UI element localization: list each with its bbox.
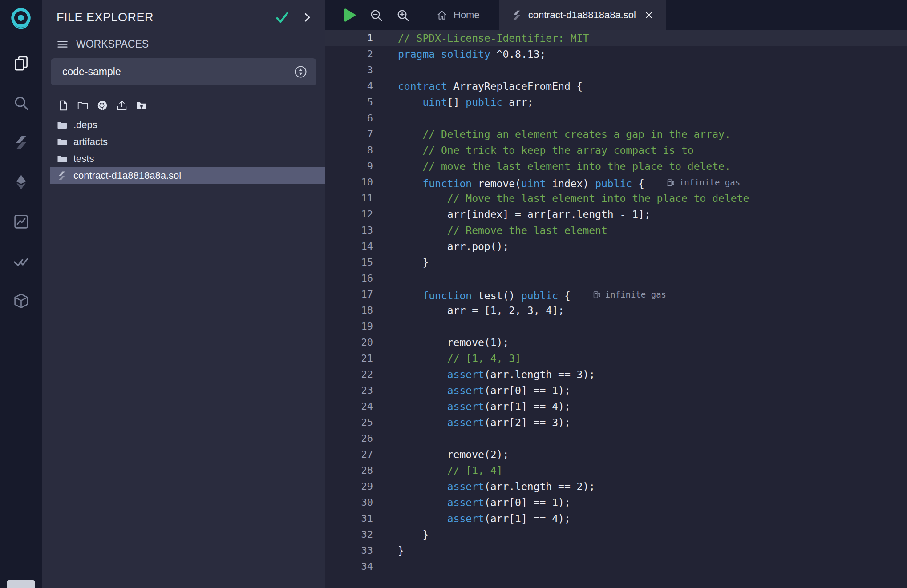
line-number: 16	[325, 270, 373, 286]
code-line[interactable]: 2pragma solidity ^0.8.13;	[325, 46, 907, 62]
line-number: 2	[325, 46, 373, 62]
github-icon[interactable]	[96, 99, 109, 112]
solidity-compiler-icon[interactable]	[8, 130, 33, 155]
code-text: }	[398, 254, 429, 270]
tab-contract-file[interactable]: contract-d1a8818a8a.sol	[499, 0, 666, 30]
code-line[interactable]: 29 assert(arr.length == 2);	[325, 479, 907, 495]
code-line[interactable]: 8 // One trick to keep the array compact…	[325, 142, 907, 158]
code-text: // Deleting an element creates a gap in …	[398, 126, 731, 142]
code-line[interactable]: 13 // Remove the last element	[325, 222, 907, 238]
line-number: 15	[325, 254, 373, 270]
code-line[interactable]: 16	[325, 270, 907, 286]
code-text: // Move the last element into the place …	[398, 190, 749, 206]
plugin-manager-icon[interactable]	[8, 288, 33, 313]
code-line[interactable]: 12 arr[index] = arr[arr.length - 1];	[325, 206, 907, 222]
code-line[interactable]: 25 assert(arr[2] == 3);	[325, 415, 907, 431]
code-line[interactable]: 32 }	[325, 527, 907, 543]
code-line[interactable]: 9 // move the last element into the plac…	[325, 158, 907, 174]
code-text: contract ArrayReplaceFromEnd {	[398, 78, 583, 94]
code-text: uint[] public arr;	[398, 94, 534, 110]
code-line[interactable]: 31 assert(arr[1] == 4);	[325, 511, 907, 527]
workspace-selected-value: code-sample	[62, 66, 121, 78]
tab-home-label: Home	[454, 9, 480, 21]
code-text: arr[index] = arr[arr.length - 1];	[398, 206, 651, 222]
code-line[interactable]: 14 arr.pop();	[325, 238, 907, 254]
tab-bar: Home contract-d1a8818a8a.sol	[325, 0, 907, 30]
upload-folder-icon[interactable]	[135, 99, 148, 112]
code-text: // Remove the last element	[398, 222, 607, 238]
line-number: 31	[325, 511, 373, 527]
workspace-select[interactable]: code-sample	[51, 58, 316, 85]
code-line[interactable]: 19	[325, 318, 907, 334]
code-line[interactable]: 21 // [1, 4, 3]	[325, 350, 907, 366]
new-folder-icon[interactable]	[76, 99, 89, 112]
code-line[interactable]: 20 remove(1);	[325, 334, 907, 350]
code-line[interactable]: 15 }	[325, 254, 907, 270]
tree-folder-item[interactable]: .deps	[42, 117, 325, 133]
folder-icon	[57, 137, 67, 147]
line-number: 7	[325, 126, 373, 142]
code-line[interactable]: 4contract ArrayReplaceFromEnd {	[325, 78, 907, 94]
line-number: 23	[325, 383, 373, 399]
line-number: 8	[325, 142, 373, 158]
code-line[interactable]: 1// SPDX-License-Identifier: MIT	[325, 30, 907, 46]
code-text: arr.pop();	[398, 238, 509, 254]
code-editor[interactable]: 1// SPDX-License-Identifier: MIT2pragma …	[325, 30, 907, 588]
code-line[interactable]: 23 assert(arr[0] == 1);	[325, 383, 907, 399]
tree-file-item[interactable]: contract-d1a8818a8a.sol	[50, 167, 325, 184]
workspace-switch-icon	[294, 65, 308, 79]
code-line[interactable]: 34	[325, 559, 907, 575]
code-line[interactable]: 11 // Move the last element into the pla…	[325, 190, 907, 206]
code-line[interactable]: 30 assert(arr[0] == 1);	[325, 495, 907, 511]
tab-contract-label: contract-d1a8818a8a.sol	[528, 9, 636, 21]
new-file-icon[interactable]	[57, 99, 69, 112]
upload-file-icon[interactable]	[115, 99, 128, 112]
unit-testing-icon[interactable]	[8, 249, 33, 274]
zoom-out-icon[interactable]	[364, 0, 388, 30]
code-text: arr = [1, 2, 3, 4];	[398, 302, 564, 318]
gas-estimate-badge: infinite gas	[593, 286, 666, 302]
code-line[interactable]: 27 remove(2);	[325, 447, 907, 463]
code-line[interactable]: 10 function remove(uint index) public {i…	[325, 174, 907, 190]
code-text: function test() public {infinite gas	[398, 286, 666, 302]
code-text: remove(2);	[398, 447, 509, 463]
code-line[interactable]: 24 assert(arr[1] == 4);	[325, 399, 907, 415]
code-line[interactable]: 7 // Deleting an element creates a gap i…	[325, 126, 907, 142]
code-line[interactable]: 6	[325, 110, 907, 126]
line-number: 32	[325, 527, 373, 543]
tree-folder-item[interactable]: artifacts	[42, 133, 325, 150]
code-line[interactable]: 18 arr = [1, 2, 3, 4];	[325, 302, 907, 318]
line-number: 29	[325, 479, 373, 495]
remix-logo-icon[interactable]	[7, 5, 35, 33]
collapse-panel-chevron-icon[interactable]	[300, 11, 314, 24]
file-explorer-header: FILE EXPLORER	[42, 0, 325, 25]
code-text: }	[398, 543, 404, 559]
code-line[interactable]: 3	[325, 62, 907, 78]
line-number: 4	[325, 78, 373, 94]
deploy-run-icon[interactable]	[8, 169, 33, 194]
line-number: 28	[325, 463, 373, 479]
zoom-in-icon[interactable]	[391, 0, 414, 30]
workspaces-menu-icon[interactable]	[57, 38, 69, 50]
line-number: 27	[325, 447, 373, 463]
code-text: assert(arr[1] == 4);	[398, 511, 571, 527]
file-explorer-icon[interactable]	[8, 51, 33, 76]
code-line[interactable]: 33}	[325, 543, 907, 559]
analysis-icon[interactable]	[8, 209, 33, 234]
gas-estimate-badge: infinite gas	[667, 174, 740, 190]
code-line[interactable]: 17 function test() public {infinite gas	[325, 286, 907, 302]
line-number: 3	[325, 62, 373, 78]
code-line[interactable]: 5 uint[] public arr;	[325, 94, 907, 110]
code-text: assert(arr.length == 2);	[398, 479, 595, 495]
line-number: 9	[325, 158, 373, 174]
close-tab-icon[interactable]	[644, 10, 654, 20]
search-icon[interactable]	[8, 90, 33, 115]
code-line[interactable]: 28 // [1, 4]	[325, 463, 907, 479]
run-script-button[interactable]	[337, 0, 361, 30]
code-line[interactable]: 22 assert(arr.length == 3);	[325, 366, 907, 383]
tab-home[interactable]: Home	[424, 0, 492, 30]
tree-folder-item[interactable]: tests	[42, 150, 325, 167]
line-number: 11	[325, 190, 373, 206]
code-line[interactable]: 26	[325, 431, 907, 447]
line-number: 13	[325, 222, 373, 238]
